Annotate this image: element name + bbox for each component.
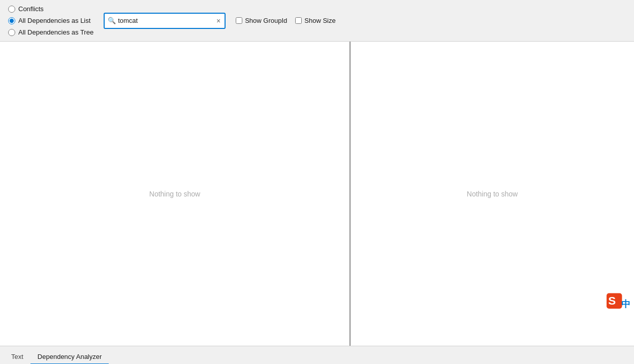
show-size-input[interactable] (295, 17, 302, 24)
search-container: 🔍 × (104, 13, 226, 29)
toolbar: Conflicts All Dependencies as List All D… (0, 0, 634, 42)
radio-all-deps-tree[interactable]: All Dependencies as Tree (8, 28, 93, 36)
sogou-floating-icon: S 中 (604, 290, 634, 315)
radio-all-deps-tree-label: All Dependencies as Tree (18, 28, 93, 36)
checkbox-group: Show GroupId Show Size (236, 17, 336, 24)
radio-conflicts-label: Conflicts (18, 5, 44, 13)
radio-all-deps-list-input[interactable] (8, 17, 15, 24)
radio-all-deps-tree-input[interactable] (8, 29, 15, 36)
search-icon: 🔍 (108, 17, 116, 24)
right-panel-empty-text: Nothing to show (467, 190, 518, 198)
tab-dependency-analyzer[interactable]: Dependency Analyzer (30, 350, 109, 364)
left-panel-empty-text: Nothing to show (149, 190, 200, 198)
show-size-checkbox[interactable]: Show Size (295, 17, 335, 24)
svg-text:中: 中 (621, 299, 630, 309)
radio-all-deps-list-label: All Dependencies as List (18, 17, 90, 24)
show-group-id-input[interactable] (236, 17, 242, 24)
show-group-id-checkbox[interactable]: Show GroupId (236, 17, 287, 24)
sogou-icon-svg: S 中 (607, 292, 631, 313)
left-panel: Nothing to show (0, 42, 351, 346)
show-size-label: Show Size (304, 17, 335, 24)
main-content: Nothing to show Nothing to show S 中 (0, 42, 634, 346)
clear-search-button[interactable]: × (215, 17, 221, 25)
radio-group: Conflicts All Dependencies as List All D… (8, 5, 93, 36)
radio-all-deps-list[interactable]: All Dependencies as List (8, 17, 93, 24)
bottom-tabs: Text Dependency Analyzer (0, 346, 634, 364)
right-panel: Nothing to show S 中 (351, 42, 634, 346)
show-group-id-label: Show GroupId (245, 17, 287, 24)
radio-conflicts[interactable]: Conflicts (8, 5, 93, 13)
tab-text[interactable]: Text (4, 350, 30, 364)
svg-text:S: S (608, 294, 616, 307)
search-input[interactable] (118, 17, 215, 24)
radio-conflicts-input[interactable] (8, 6, 15, 13)
